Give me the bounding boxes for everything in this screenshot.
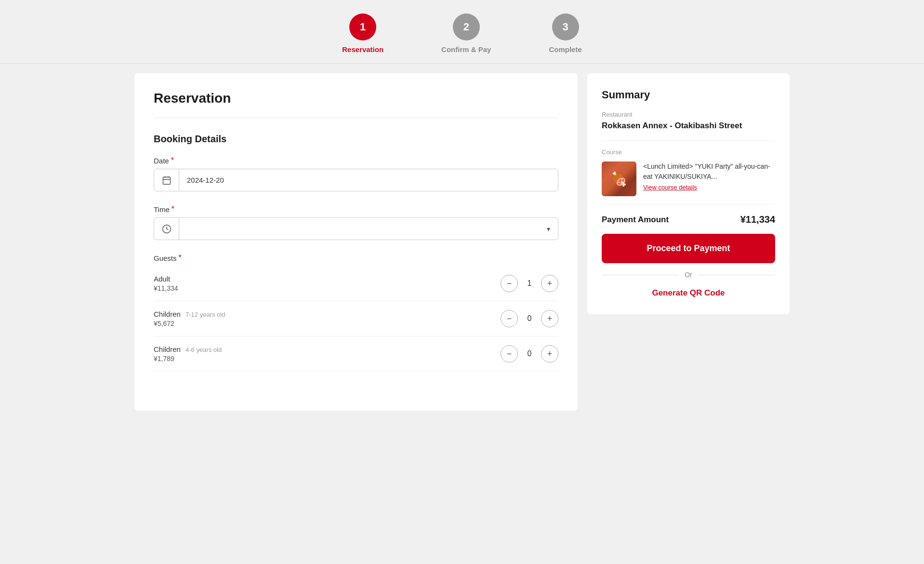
children-7-12-name: Children 7-12 years old: [154, 310, 225, 318]
summary-title: Summary: [602, 89, 775, 101]
payment-row: Payment Amount ¥11,334: [602, 214, 775, 225]
children-7-12-age: 7-12 years old: [185, 311, 225, 318]
clock-icon: [154, 218, 179, 240]
children-4-6-increment-button[interactable]: +: [541, 345, 558, 363]
or-line-left: [602, 275, 679, 275]
summary-divider-2: [602, 204, 775, 204]
time-label: Time *: [154, 205, 558, 214]
step-2-circle: 2: [453, 13, 480, 40]
course-thumbnail: [602, 161, 636, 196]
time-field-group: Time * 11:00 11:30 12:00 12:30 13:00: [154, 205, 558, 240]
children-7-12-counter: − 0 +: [501, 310, 558, 327]
restaurant-label: Restaurant: [602, 111, 775, 118]
form-panel: Reservation Booking Details Date *: [134, 73, 578, 411]
generate-qr-button[interactable]: Generate QR Code: [602, 286, 775, 300]
page-title: Reservation: [154, 91, 558, 118]
course-label: Course: [602, 148, 775, 156]
time-select[interactable]: 11:00 11:30 12:00 12:30 13:00: [179, 218, 547, 240]
or-row: Or: [602, 271, 775, 279]
main-layout: Reservation Booking Details Date *: [125, 64, 799, 430]
summary-panel: Summary Restaurant Rokkasen Annex - Otak…: [587, 73, 790, 314]
children-4-6-name: Children 4-6 years old: [154, 345, 222, 353]
children-4-6-row: Children 4-6 years old ¥1,789 − 0 +: [154, 336, 558, 372]
date-label: Date *: [154, 156, 558, 165]
proceed-to-payment-button[interactable]: Proceed to Payment: [602, 234, 775, 263]
date-input-wrapper: [154, 169, 558, 191]
adult-info: Adult ¥11,334: [154, 275, 178, 292]
children-7-12-price: ¥5,672: [154, 320, 225, 327]
chevron-down-icon: ▾: [547, 225, 558, 233]
course-name: <Lunch Limited> "YUKI Party" all-you-can…: [643, 161, 775, 182]
or-line-right: [698, 275, 775, 275]
children-7-12-info: Children 7-12 years old ¥5,672: [154, 310, 225, 327]
time-select-wrapper: 11:00 11:30 12:00 12:30 13:00 ▾: [154, 217, 558, 240]
children-4-6-age: 4-6 years old: [185, 346, 222, 353]
course-row: <Lunch Limited> "YUKI Party" all-you-can…: [602, 161, 775, 196]
guests-required: *: [179, 254, 182, 262]
course-details: <Lunch Limited> "YUKI Party" all-you-can…: [643, 161, 775, 191]
children-7-12-increment-button[interactable]: +: [541, 310, 558, 327]
payment-amount: ¥11,334: [740, 214, 775, 225]
children-7-12-row: Children 7-12 years old ¥5,672 − 0 +: [154, 301, 558, 336]
step-1-label: Reservation: [342, 45, 383, 54]
booking-section-title: Booking Details: [154, 134, 558, 145]
children-7-12-decrement-button[interactable]: −: [501, 310, 518, 327]
step-3-label: Complete: [549, 45, 581, 54]
time-required: *: [172, 205, 174, 214]
step-1: 1 Reservation: [342, 13, 383, 54]
children-4-6-info: Children 4-6 years old ¥1,789: [154, 345, 222, 363]
adult-decrement-button[interactable]: −: [501, 275, 518, 292]
summary-divider-1: [602, 140, 775, 141]
calendar-icon: [154, 169, 179, 191]
step-2-label: Confirm & Pay: [441, 45, 491, 54]
adult-count: 1: [525, 279, 534, 288]
step-3-circle: 3: [552, 13, 579, 40]
restaurant-name: Rokkasen Annex - Otakibashi Street: [602, 121, 775, 131]
step-2: 2 Confirm & Pay: [441, 13, 491, 54]
svg-rect-0: [163, 177, 170, 184]
children-7-12-count: 0: [525, 314, 534, 323]
adult-counter: − 1 +: [501, 275, 558, 292]
course-details-link[interactable]: View course details: [643, 184, 775, 191]
step-3: 3 Complete: [549, 13, 581, 54]
adult-name: Adult: [154, 275, 178, 283]
adult-increment-button[interactable]: +: [541, 275, 558, 292]
children-4-6-price: ¥1,789: [154, 355, 222, 363]
date-required: *: [171, 156, 174, 165]
children-4-6-count: 0: [525, 349, 534, 358]
date-input[interactable]: [179, 169, 558, 191]
guests-section: Guests * Adult ¥11,334 − 1 + C: [154, 254, 558, 372]
stepper: 1 Reservation 2 Confirm & Pay 3 Complete: [0, 0, 924, 64]
payment-label: Payment Amount: [602, 215, 669, 225]
step-1-circle: 1: [349, 13, 376, 40]
children-4-6-decrement-button[interactable]: −: [501, 345, 518, 363]
adult-row: Adult ¥11,334 − 1 +: [154, 266, 558, 301]
children-4-6-counter: − 0 +: [501, 345, 558, 363]
date-field-group: Date *: [154, 156, 558, 191]
or-text: Or: [685, 271, 692, 279]
adult-price: ¥11,334: [154, 284, 178, 292]
guests-label: Guests *: [154, 254, 558, 262]
